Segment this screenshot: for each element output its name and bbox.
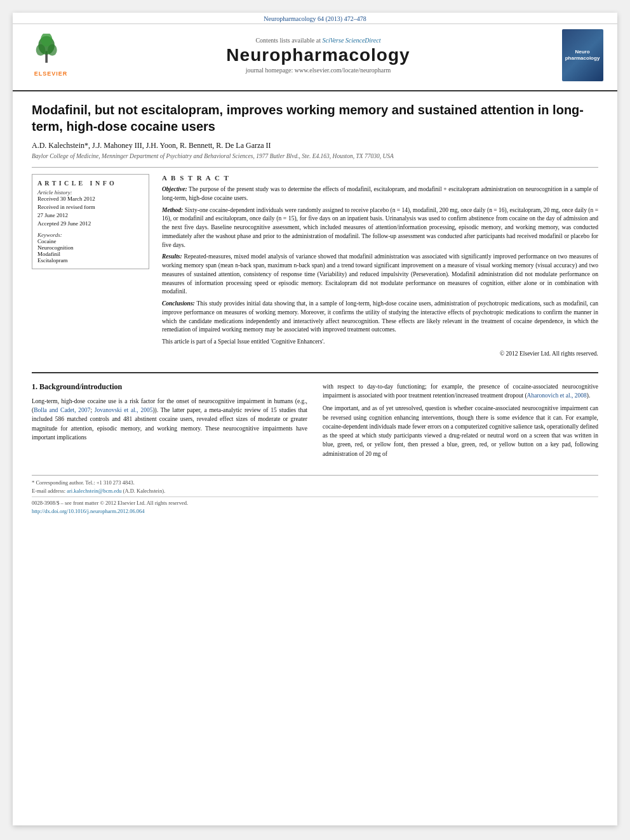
abstract-conclusions: Conclusions: This study provides initial… — [162, 300, 598, 335]
issn-note: 0028-3908/$ – see front matter © 2012 El… — [32, 500, 598, 506]
method-label: Method: — [162, 207, 183, 213]
abstract-column: A B S T R A C T Objective: The purpose o… — [162, 174, 598, 362]
bottom-divider — [32, 372, 598, 373]
article-page: Neuropharmacology 64 (2013) 472–478 ELSE… — [13, 13, 617, 825]
keyword-modafinil: Modafinil — [37, 251, 144, 257]
elsevier-wordmark: ELSEVIER — [34, 70, 68, 77]
journal-homepage: journal homepage: www.elsevier.com/locat… — [83, 67, 554, 74]
article-info-box: A R T I C L E I N F O Article history: R… — [32, 174, 149, 269]
cover-title: Neuro pharmacology — [565, 49, 600, 61]
sciverse-line: Contents lists available at SciVerse Sci… — [83, 37, 554, 44]
article-title: Modafinil, but not escitalopram, improve… — [32, 102, 598, 135]
article-authors: A.D. Kalechstein*, J.J. Mahoney III, J.H… — [32, 141, 598, 150]
elsevier-tree-icon — [34, 34, 69, 69]
sciverse-text: Contents lists available at — [255, 37, 322, 44]
revised-in-value: Received in revised form — [37, 204, 144, 210]
journal-center: Contents lists available at SciVerse Sci… — [83, 37, 554, 74]
section1-body: 1. Background/introduction Long-term, hi… — [32, 382, 598, 462]
article-divider — [32, 167, 598, 168]
article-body-columns: A R T I C L E I N F O Article history: R… — [32, 174, 598, 362]
section1-right-text: with respect to day-to-day functioning; … — [323, 382, 598, 458]
results-text: Repeated-measures, mixed model analysis … — [162, 253, 598, 295]
received-value: Received 30 March 2012 — [37, 196, 144, 202]
section1-left-col: 1. Background/introduction Long-term, hi… — [32, 382, 307, 462]
elsevier-logo: ELSEVIER — [25, 34, 76, 77]
article-info-title: A R T I C L E I N F O — [37, 180, 144, 187]
svg-point-3 — [48, 44, 57, 56]
section1-heading: 1. Background/introduction — [32, 382, 307, 392]
objective-label: Objective: — [162, 186, 187, 192]
article-affiliation: Baylor College of Medicine, Menninger De… — [32, 153, 598, 159]
cover-placeholder: Neuro pharmacology — [562, 29, 603, 81]
keywords-label: Keywords: — [37, 232, 144, 238]
article-content: Modafinil, but not escitalopram, improve… — [13, 91, 617, 529]
sciverse-link[interactable]: SciVerse ScienceDirect — [322, 37, 380, 44]
jovanovski-link[interactable]: Jovanovski et al., 2005 — [95, 407, 153, 413]
bolla-link[interactable]: Bolla and Cadet, 2007 — [34, 407, 90, 413]
aharonovich-link[interactable]: Aharonovich et al., 2008 — [527, 392, 587, 399]
accepted-value: Accepted 29 June 2012 — [37, 220, 144, 227]
revised-date-value: 27 June 2012 — [37, 212, 144, 218]
objective-text: The purpose of the present study was to … — [162, 186, 598, 201]
article-footer: * Corresponding author. Tel.: +1 310 273… — [32, 475, 598, 514]
special-issue-note: This article is part of a Special Issue … — [162, 338, 598, 347]
abstract-results: Results: Repeated-measures, mixed model … — [162, 253, 598, 297]
journal-top-bar: Neuropharmacology 64 (2013) 472–478 — [13, 13, 617, 24]
journal-cover-image: Neuro pharmacology — [560, 29, 605, 81]
footer-divider — [32, 497, 598, 497]
conclusions-text: This study provides initial data showing… — [162, 300, 598, 333]
svg-point-2 — [36, 44, 45, 56]
conclusions-label: Conclusions: — [162, 300, 195, 307]
keywords-section: Keywords: Cocaine Neurocognition Modafin… — [37, 232, 144, 263]
doi-link[interactable]: http://dx.doi.org/10.1016/j.neuropharm.2… — [32, 508, 145, 514]
results-label: Results: — [162, 253, 182, 260]
abstract-objective: Objective: The purpose of the present st… — [162, 185, 598, 203]
email-note: E-mail address: ari.kalechstein@bcm.edu … — [32, 488, 598, 494]
method-text: Sixty-one cocaine-dependent individuals … — [162, 207, 598, 248]
corresponding-author-note: * Corresponding author. Tel.: +1 310 273… — [32, 479, 598, 486]
section1-left-text: Long-term, high-dose cocaine use is a ri… — [32, 397, 307, 442]
doi-note: http://dx.doi.org/10.1016/j.neuropharm.2… — [32, 508, 598, 514]
history-label: Article history: — [37, 189, 144, 196]
journal-header: Neuropharmacology 64 (2013) 472–478 ELSE… — [13, 13, 617, 91]
abstract-text: Objective: The purpose of the present st… — [162, 185, 598, 359]
journal-name: Neuropharmacology — [83, 45, 554, 65]
section1-right-col: with respect to day-to-day functioning; … — [323, 382, 598, 462]
abstract-method: Method: Sixty-one cocaine-dependent indi… — [162, 206, 598, 250]
journal-ref: Neuropharmacology 64 (2013) 472–478 — [264, 15, 366, 22]
abstract-title: A B S T R A C T — [162, 174, 598, 182]
keyword-neurocognition: Neurocognition — [37, 244, 144, 251]
email-link[interactable]: ari.kalechstein@bcm.edu — [67, 488, 121, 494]
abstract-copyright: © 2012 Elsevier Ltd. All rights reserved… — [162, 350, 598, 359]
journal-title-area: ELSEVIER Contents lists available at Sci… — [13, 24, 617, 86]
keyword-escitalopram: Escitalopram — [37, 257, 144, 263]
keyword-cocaine: Cocaine — [37, 238, 144, 244]
article-info-column: A R T I C L E I N F O Article history: R… — [32, 174, 149, 362]
